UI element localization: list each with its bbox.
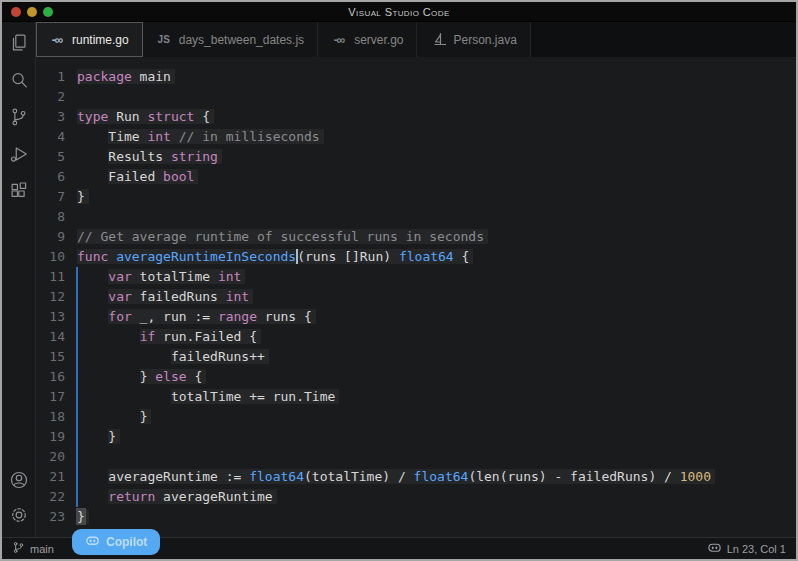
code-text: } <box>77 407 151 427</box>
line-number: 6 <box>36 167 77 187</box>
line-number: 9 <box>36 227 77 247</box>
code-line-15[interactable]: 15 failedRuns++ <box>36 347 796 367</box>
line-number: 18 <box>36 407 77 427</box>
code-line-10[interactable]: 10func averageRuntimeInSeconds(runs []Ru… <box>36 247 796 267</box>
code-text: type Run struct { <box>77 107 214 127</box>
line-number: 20 <box>36 447 77 467</box>
code-line-19[interactable]: 19 } <box>36 427 796 447</box>
code-text: for _, run := range runs { <box>77 307 316 327</box>
copilot-icon <box>85 533 100 551</box>
code-editor[interactable]: 1package main23type Run struct {4 Time i… <box>36 57 796 537</box>
code-text: var totalTime int <box>77 267 245 287</box>
line-number: 19 <box>36 427 77 447</box>
title-bar: Visual Studio Code <box>2 2 796 22</box>
code-text: Results string <box>77 147 222 167</box>
code-text: } <box>77 187 89 207</box>
java-file-icon <box>430 31 446 49</box>
line-number: 12 <box>36 287 77 307</box>
line-number: 1 <box>36 67 77 87</box>
explorer-icon[interactable] <box>7 31 31 55</box>
branch-name: main <box>30 543 54 555</box>
code-text: } <box>77 507 89 527</box>
activity-bar-top <box>7 31 31 203</box>
traffic-lights <box>11 2 53 21</box>
code-line-3[interactable]: 3type Run struct { <box>36 107 796 127</box>
code-line-14[interactable]: 14 if run.Failed { <box>36 327 796 347</box>
settings-icon[interactable] <box>7 503 31 527</box>
line-number: 8 <box>36 207 77 227</box>
code-text: // Get average runtime of successful run… <box>77 227 488 247</box>
line-number: 15 <box>36 347 77 367</box>
extensions-icon[interactable] <box>7 179 31 203</box>
code-text: package main <box>77 67 175 87</box>
line-number: 13 <box>36 307 77 327</box>
line-number: 2 <box>36 87 77 107</box>
run-and-debug-icon[interactable] <box>7 142 31 166</box>
code-line-1[interactable]: 1package main <box>36 67 796 87</box>
code-line-5[interactable]: 5 Results string <box>36 147 796 167</box>
tab-Person.java[interactable]: Person.java <box>417 22 530 57</box>
code-line-13[interactable]: 13 for _, run := range runs { <box>36 307 796 327</box>
activity-bar-bottom <box>7 468 31 527</box>
line-number: 16 <box>36 367 77 387</box>
editor-group: -∞runtime.goJSdays_between_dates.js-∞ser… <box>36 22 796 537</box>
cursor-position-indicator[interactable]: Ln 23, Col 1 <box>707 540 786 557</box>
code-line-9[interactable]: 9// Get average runtime of successful ru… <box>36 227 796 247</box>
close-button[interactable] <box>11 7 21 17</box>
source-control-icon[interactable] <box>7 105 31 129</box>
line-number: 3 <box>36 107 77 127</box>
code-text: Failed bool <box>77 167 198 187</box>
line-number: 17 <box>36 387 77 407</box>
copilot-status-icon <box>707 540 722 557</box>
code-line-4[interactable]: 4 Time int // in milliseconds <box>36 127 796 147</box>
accounts-icon[interactable] <box>7 468 31 492</box>
line-number: 11 <box>36 267 77 287</box>
code-line-20[interactable]: 20 <box>36 447 796 467</box>
cursor-position: Ln 23, Col 1 <box>727 543 786 555</box>
code-line-21[interactable]: 21 averageRuntime := float64(totalTime) … <box>36 467 796 487</box>
code-line-22[interactable]: 22 return averageRuntime <box>36 487 796 507</box>
tab-label: days_between_dates.js <box>179 33 304 47</box>
line-number: 21 <box>36 467 77 487</box>
copilot-button-label: Copilot <box>106 535 147 549</box>
line-number: 14 <box>36 327 77 347</box>
code-text: Time int // in milliseconds <box>77 127 324 147</box>
search-icon[interactable] <box>7 68 31 92</box>
code-text: return averageRuntime <box>77 487 277 507</box>
code-line-17[interactable]: 17 totalTime += run.Time <box>36 387 796 407</box>
branch-indicator[interactable]: main <box>12 541 54 556</box>
code-text: if run.Failed { <box>77 327 261 347</box>
tab-strip: -∞runtime.goJSdays_between_dates.js-∞ser… <box>36 22 796 57</box>
line-number: 5 <box>36 147 77 167</box>
line-number: 10 <box>36 247 77 267</box>
go-file-icon: -∞ <box>49 34 65 46</box>
code-line-12[interactable]: 12 var failedRuns int <box>36 287 796 307</box>
code-text: totalTime += run.Time <box>77 387 339 407</box>
code-line-16[interactable]: 16 } else { <box>36 367 796 387</box>
minimize-button[interactable] <box>27 7 37 17</box>
tab-label: server.go <box>354 33 403 47</box>
line-number: 22 <box>36 487 77 507</box>
tab-label: Person.java <box>453 33 516 47</box>
zoom-button[interactable] <box>43 7 53 17</box>
code-line-11[interactable]: 11 var totalTime int <box>36 267 796 287</box>
code-line-2[interactable]: 2 <box>36 87 796 107</box>
copilot-button[interactable]: Copilot <box>72 529 160 555</box>
tab-server.go[interactable]: -∞server.go <box>318 22 417 57</box>
tab-runtime.go[interactable]: -∞runtime.go <box>36 22 143 57</box>
vscode-window: Visual Studio Code -∞runtime.goJSdays_be… <box>0 0 798 561</box>
tab-days_between_dates.js[interactable]: JSdays_between_dates.js <box>143 22 318 57</box>
code-text: } else { <box>77 367 206 387</box>
code-text: averageRuntime := float64(totalTime) / f… <box>77 467 715 487</box>
code-line-7[interactable]: 7} <box>36 187 796 207</box>
code-line-23[interactable]: 23} <box>36 507 796 527</box>
code-line-8[interactable]: 8 <box>36 207 796 227</box>
code-text: var failedRuns int <box>77 287 253 307</box>
code-line-18[interactable]: 18 } <box>36 407 796 427</box>
activity-bar <box>2 22 36 537</box>
code-text: failedRuns++ <box>77 347 269 367</box>
tab-label: runtime.go <box>72 33 129 47</box>
js-file-icon: JS <box>156 35 172 45</box>
code-text: func averageRuntimeInSeconds(runs []Run)… <box>77 247 473 267</box>
code-line-6[interactable]: 6 Failed bool <box>36 167 796 187</box>
